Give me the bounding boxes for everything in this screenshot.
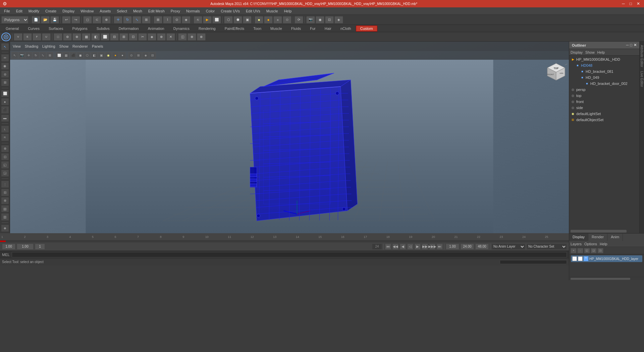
bookmark-button[interactable]: ◈ [334, 16, 343, 23]
face-mode-button[interactable]: F [33, 33, 41, 41]
separate-button[interactable]: ⊗ [197, 33, 206, 41]
select-tool-button[interactable]: ↖ [1, 43, 9, 50]
rotate-tool-button[interactable]: ↻ [123, 16, 132, 23]
vp-grid-btn[interactable]: ⊞ [135, 52, 142, 59]
combine-button[interactable]: ⊕ [187, 33, 196, 41]
isolate-button[interactable]: ◉ [316, 16, 324, 23]
viewport[interactable]: View Shading Lighting Show Renderer Pane… [10, 42, 569, 233]
editor2-button[interactable]: ⊡ [1, 153, 9, 160]
tab-dynamics[interactable]: Dynamics [169, 26, 194, 32]
outliner-menu-help[interactable]: Help [597, 50, 605, 54]
outliner-item-lightset[interactable]: ◉ defaultLightSet [569, 111, 639, 117]
create-sphere-button[interactable]: ● [1, 98, 9, 105]
poly-crease-button[interactable]: ▦ [82, 33, 91, 41]
light1-button[interactable]: ● [255, 16, 263, 23]
menu-assets[interactable]: Assets [97, 8, 113, 14]
save-scene-button[interactable]: 💾 [50, 16, 59, 23]
vp-menu-view[interactable]: View [13, 44, 21, 48]
hypergraph-button[interactable]: ⋮ [1, 181, 9, 188]
layer-hscroll-thumb[interactable] [571, 278, 630, 280]
vp-camera-btn[interactable]: 📷 [18, 52, 25, 59]
play-range-end[interactable] [461, 244, 474, 250]
vertex-mode-button[interactable]: V [14, 33, 22, 41]
outliner-item-root[interactable]: ▶ HP_MM1000GBKAL_HDD [569, 56, 639, 62]
layer-from-selected-button[interactable]: ◱ [584, 248, 590, 253]
tab-custom[interactable]: Custom [356, 26, 377, 32]
wireframe-button[interactable]: ⬡ [224, 16, 233, 23]
vp-move-btn[interactable]: ✛ [25, 52, 32, 59]
snap-surface-button[interactable]: ◈ [182, 16, 191, 23]
poly-smooth-button[interactable]: ◧ [91, 33, 100, 41]
tab-toon[interactable]: Toon [249, 26, 266, 32]
vp-wire-btn[interactable]: ⬡ [84, 52, 91, 59]
sculpt-tool-button[interactable]: ◉ [1, 62, 9, 70]
tab-rendering[interactable]: Rendering [194, 26, 220, 32]
menu-muscle[interactable]: Muscle [264, 8, 281, 14]
tab-muscle[interactable]: Muscle [266, 26, 286, 32]
menu-create-uvs[interactable]: Create UVs [218, 8, 243, 14]
vp-light-btn[interactable]: ◉ [105, 52, 112, 59]
outliner-hscroll[interactable] [569, 229, 639, 233]
tab-animation[interactable]: Animation [144, 26, 169, 32]
menu-proxy[interactable]: Proxy [168, 8, 183, 14]
uv-editor-button[interactable]: ⊟ [1, 189, 9, 196]
vp-xray-btn[interactable]: ◈ [142, 52, 149, 59]
tab-general[interactable]: General [1, 26, 23, 32]
outliner-item-side[interactable]: ◎ side [569, 105, 639, 111]
move-tool-button[interactable]: ✛ [114, 16, 122, 23]
create-cylinder-button[interactable]: ▬ [1, 114, 9, 122]
tab-hair[interactable]: Hair [320, 26, 336, 32]
menu-edit[interactable]: Edit [13, 8, 25, 14]
minimize-button[interactable]: ─ [621, 1, 626, 6]
snap-point-button[interactable]: ⊙ [172, 16, 181, 23]
extrude-button[interactable]: ⊟ [110, 33, 119, 41]
dp-tab-anim[interactable]: Anim [607, 234, 623, 241]
create-cube-button[interactable]: ⬛ [1, 106, 9, 113]
range-start-field[interactable] [2, 244, 15, 250]
create-poly-button[interactable]: ⬜ [1, 90, 9, 97]
outliner-item-top[interactable]: ◎ top [569, 93, 639, 99]
tab-painteffects[interactable]: PaintEffects [220, 26, 249, 32]
end-frame-display[interactable] [372, 244, 382, 250]
char-set-select[interactable]: No Character Set [527, 244, 567, 250]
vp-light3-btn[interactable]: ● [119, 52, 126, 59]
outliner-menu-show[interactable]: Show [585, 50, 595, 54]
symmetry-button[interactable]: ⊕ [72, 33, 81, 41]
vp-snap-btn[interactable]: ⊙ [128, 52, 135, 59]
scale-tool-button[interactable]: ⤡ [132, 16, 141, 23]
layer-playback-checkbox[interactable] [578, 256, 583, 261]
ipr-button[interactable]: ⬜ [212, 16, 221, 23]
soft-select-button[interactable]: ⊚ [63, 33, 72, 41]
render-button[interactable]: ▶ [203, 16, 212, 23]
maximize-button[interactable]: □ [628, 1, 633, 6]
cut-faces-button[interactable]: ✂ [138, 33, 147, 41]
tab-ncloth[interactable]: nCloth [336, 26, 356, 32]
paint-skin-button[interactable]: ⊗ [1, 197, 9, 204]
vp-rotate-btn[interactable]: ↻ [33, 52, 39, 59]
outliner-minimize[interactable]: ─ [626, 43, 629, 47]
vp-smooth3-btn[interactable]: ◼ [77, 52, 84, 59]
outliner-item-bracket081[interactable]: ■ HD_bracket_081 [569, 68, 639, 74]
outliner-close[interactable]: ✕ [634, 43, 637, 47]
key-frame-field[interactable] [35, 244, 45, 250]
goto-start-button[interactable]: ⏮ [385, 244, 391, 250]
live-editor-tab[interactable]: Live Editor [639, 69, 644, 89]
tab-fluids[interactable]: Fluids [287, 26, 305, 32]
vp-scale-btn[interactable]: ⤡ [40, 52, 46, 59]
smooth-button[interactable]: ⬢ [233, 16, 242, 23]
vp-menu-shading[interactable]: Shading [25, 44, 38, 48]
outliner-hscroll-thumb[interactable] [571, 230, 627, 233]
add-selected-button[interactable]: ◲ [591, 248, 597, 253]
menu-color[interactable]: Color [203, 8, 217, 14]
snap-grid-button[interactable]: ⊞ [154, 16, 162, 23]
vp-smooth1-btn[interactable]: ▦ [63, 52, 69, 59]
menu-create[interactable]: Create [43, 8, 59, 14]
current-frame-field[interactable] [17, 244, 34, 250]
outliner-menu-display[interactable]: Display [571, 50, 583, 54]
target-weld-button[interactable]: ⊕ [157, 33, 166, 41]
render-layer-button[interactable]: R [1, 134, 9, 141]
history-button[interactable]: ⎋ [194, 16, 202, 23]
menu-normals[interactable]: Normals [183, 8, 203, 14]
cage-button[interactable]: □ [54, 33, 62, 41]
outliner-item-objectset[interactable]: ⊞ defaultObjectSet [569, 117, 639, 123]
